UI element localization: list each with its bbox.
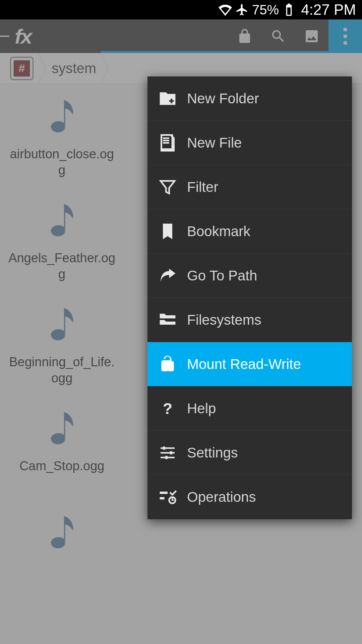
svg-rect-5 — [160, 492, 168, 494]
menu-label: Filter — [187, 179, 218, 195]
wifi-icon — [219, 3, 232, 16]
menu-help[interactable]: ? Help — [147, 386, 352, 431]
bookmark-icon — [155, 222, 180, 241]
operations-icon — [155, 488, 180, 506]
filesystems-icon — [155, 311, 180, 329]
svg-text:?: ? — [163, 400, 173, 417]
menu-new-folder[interactable]: New Folder — [147, 76, 352, 121]
menu-operations[interactable]: Operations — [147, 475, 352, 519]
new-file-icon — [155, 133, 180, 152]
svg-rect-6 — [160, 497, 165, 499]
svg-rect-3 — [170, 451, 172, 454]
battery-percent: 75% — [252, 2, 279, 17]
overflow-menu: New Folder New File Filter Bookmark Go T… — [147, 76, 352, 519]
settings-icon — [155, 443, 180, 462]
goto-icon — [155, 266, 180, 285]
menu-bookmark[interactable]: Bookmark — [147, 209, 352, 254]
menu-filter[interactable]: Filter — [147, 165, 352, 209]
menu-label: New Folder — [187, 91, 259, 107]
menu-label: Mount Read-Write — [187, 356, 301, 372]
menu-mount-read-write[interactable]: Mount Read-Write — [147, 342, 352, 386]
menu-go-to-path[interactable]: Go To Path — [147, 254, 352, 298]
filter-icon — [155, 178, 180, 197]
menu-label: Filesystems — [187, 312, 261, 328]
menu-label: New File — [187, 135, 242, 151]
svg-rect-2 — [163, 446, 165, 449]
status-bar: 75% 4:27 PM — [0, 0, 362, 19]
menu-filesystems[interactable]: Filesystems — [147, 298, 352, 342]
help-icon: ? — [155, 399, 180, 418]
menu-label: Go To Path — [187, 268, 257, 284]
menu-settings[interactable]: Settings — [147, 431, 352, 475]
airplane-icon — [235, 3, 249, 16]
menu-new-file[interactable]: New File — [147, 121, 352, 165]
menu-label: Bookmark — [187, 223, 250, 239]
menu-label: Operations — [187, 489, 256, 505]
svg-rect-0 — [161, 135, 172, 149]
menu-label: Settings — [187, 445, 238, 461]
svg-rect-4 — [165, 456, 168, 459]
menu-label: Help — [187, 400, 216, 417]
battery-icon — [282, 3, 296, 16]
new-folder-icon — [155, 89, 180, 108]
unlock-icon — [155, 355, 180, 374]
clock: 4:27 PM — [301, 1, 356, 18]
